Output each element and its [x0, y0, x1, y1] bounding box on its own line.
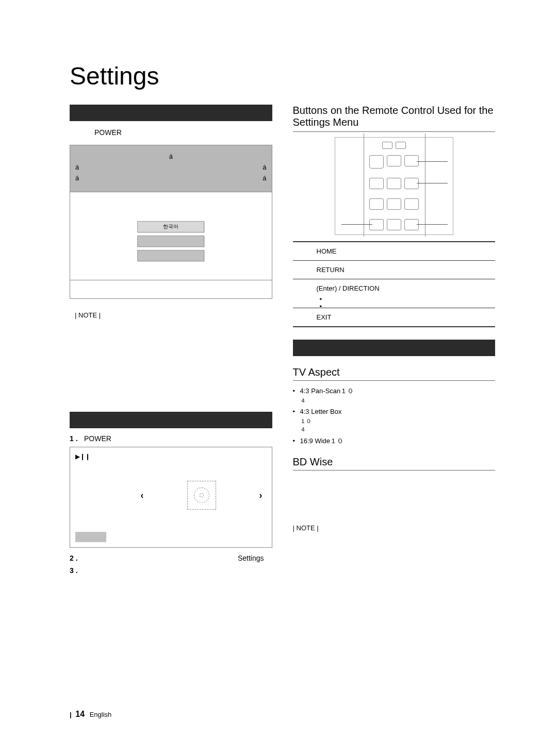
startup-steps-continued: 2 . Settings 3 .	[70, 554, 272, 575]
list-item: 4:3 Pan-Scan１０ ４	[293, 386, 496, 405]
section-heading: Buttons on the Remote Control Used for t…	[293, 105, 496, 128]
remote-button	[404, 155, 419, 166]
remote-button	[387, 198, 401, 210]
remote-button	[404, 178, 419, 189]
step-number: 3 .	[70, 566, 84, 575]
table-row: EXIT	[293, 308, 496, 327]
section-bar	[70, 412, 272, 428]
tv-aspect-list: 4:3 Pan-Scan１０ ４ 4:3 Letter Box １０ ４ 16:…	[293, 386, 496, 446]
chevron-right-icon[interactable]: ›	[259, 490, 263, 501]
remote-button	[387, 178, 401, 189]
play-pause-icon: ▶❙❙	[75, 453, 90, 460]
remote-button	[404, 219, 419, 230]
section-bar	[293, 340, 496, 356]
step-text: POWER	[84, 434, 111, 443]
step-text: Settings	[84, 554, 272, 562]
subsection-heading: TV Aspect	[293, 366, 496, 378]
home-screen-panel: ▶❙❙ ‹ ›	[70, 447, 272, 548]
table-row: HOME	[293, 242, 496, 261]
initial-setup-panel: á áá áá 한국어	[70, 145, 272, 299]
power-label: POWER	[70, 125, 272, 140]
subsection-heading: BD Wise	[293, 456, 496, 468]
remote-button	[369, 219, 384, 230]
list-item: 4:3 Letter Box １０ ４	[293, 407, 496, 434]
note-label: | NOTE |	[293, 524, 496, 532]
right-column: Buttons on the Remote Control Used for t…	[293, 105, 496, 579]
panel-bottom-chip	[75, 532, 106, 542]
step-number: 2 .	[70, 554, 84, 562]
setup-panel-footer	[70, 280, 272, 298]
step-number: 1 .	[70, 434, 84, 443]
remote-button	[404, 198, 419, 210]
table-row: RETURN	[293, 261, 496, 279]
remote-diagram	[335, 137, 453, 235]
note-label: | NOTE |	[70, 311, 272, 319]
startup-steps: 1 . POWER	[70, 434, 272, 443]
page-footer: | 14 English	[70, 710, 111, 719]
setup-panel-header: á áá áá	[70, 145, 272, 192]
remote-button-table: HOME RETURN (Enter) / DIRECTION E	[293, 241, 496, 327]
remote-button	[369, 198, 384, 210]
remote-button	[387, 155, 401, 166]
left-column: POWER á áá áá 한국어 | NOT	[70, 105, 272, 579]
language-option-selected[interactable]: 한국어	[137, 221, 204, 232]
page-title: Settings	[70, 62, 495, 90]
language-option[interactable]	[137, 250, 204, 261]
list-item: 16:9 Wide１０	[293, 436, 496, 446]
page-language: English	[90, 711, 112, 718]
chevron-left-icon[interactable]: ‹	[141, 490, 144, 501]
section-bar	[70, 105, 272, 121]
remote-button	[369, 178, 384, 189]
remote-button	[387, 219, 401, 230]
gear-icon[interactable]	[187, 481, 216, 510]
remote-button	[369, 155, 384, 169]
page-number: 14	[75, 710, 85, 718]
table-row: (Enter) / DIRECTION	[293, 279, 496, 308]
language-option[interactable]	[137, 236, 204, 247]
